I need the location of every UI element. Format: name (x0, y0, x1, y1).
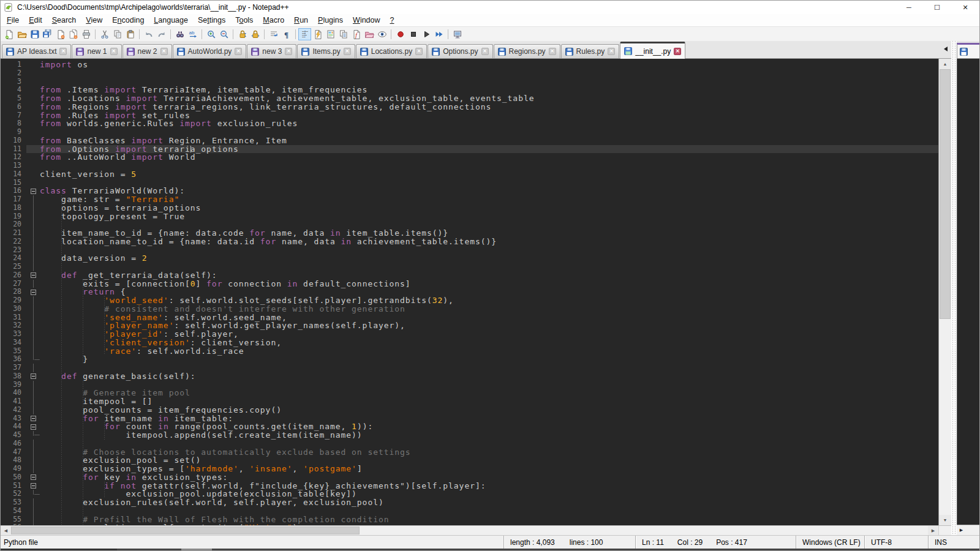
code-line[interactable]: 34 'client_version': client_version, (1, 339, 938, 347)
copy-icon[interactable] (111, 28, 124, 40)
tab-items.py[interactable]: Items.py✕ (297, 44, 355, 58)
code-line[interactable]: 2 (1, 69, 938, 78)
fold-collapse-icon[interactable] (26, 187, 40, 195)
print-icon[interactable] (80, 28, 92, 40)
code-line[interactable]: 46 (1, 440, 938, 448)
fold-collapse-icon[interactable] (26, 422, 40, 431)
code-line[interactable]: 39 (1, 381, 938, 389)
scroll-left-arrow-icon[interactable]: ◀ (1, 526, 11, 535)
status-insert-mode[interactable]: INS (928, 536, 979, 549)
code-line[interactable]: 40 # Generate item pool (1, 389, 938, 397)
code-line[interactable]: 18 options = terraria_options (1, 204, 938, 212)
vertical-scroll-track[interactable] (939, 69, 951, 515)
macro-run-multiple-icon[interactable] (432, 28, 445, 40)
code-line[interactable]: 23 (1, 246, 938, 255)
code-line[interactable]: 55 # Prefill the Wall of Flesh with the … (1, 515, 938, 524)
code-line[interactable]: 16class TerrariaWorld(World): (1, 187, 938, 195)
code-line[interactable]: 41 itempool = [] (1, 397, 938, 406)
tab-new-2[interactable]: new 2✕ (123, 44, 172, 58)
code-line[interactable]: 20 (1, 220, 938, 229)
fold-collapse-icon[interactable] (26, 288, 40, 296)
code-line[interactable]: 51 if not getattr(self.world, f"include_… (1, 482, 938, 490)
sync-horizontal-icon[interactable] (249, 28, 262, 40)
second-view-editor[interactable] (957, 59, 979, 525)
tab-regions.py[interactable]: Regions.py✕ (494, 44, 560, 58)
redo-icon[interactable] (155, 28, 168, 40)
code-line[interactable]: 11from .Options import terraria_options (1, 145, 938, 154)
tab-close-icon[interactable]: ✕ (160, 48, 168, 55)
second-view-scroll-arrow-icon[interactable]: ▶ (957, 528, 966, 533)
menu-encoding[interactable]: Encoding (107, 15, 149, 26)
code-line[interactable]: 45 itempool.append(self.create_item(item… (1, 431, 938, 440)
tab-close-icon[interactable]: ✕ (549, 48, 556, 55)
horizontal-scroll-thumb[interactable] (11, 527, 360, 534)
menu-search[interactable]: Search (47, 15, 81, 26)
minimize-button[interactable]: ─ (895, 1, 923, 14)
menu-run[interactable]: Run (289, 15, 313, 26)
code-line[interactable]: 52 exclusion_pool.update(exclusion_table… (1, 490, 938, 498)
horizontal-scroll-track[interactable] (11, 526, 928, 535)
code-editor[interactable]: 1import os234from .Items import Terraria… (1, 59, 938, 525)
maximize-button[interactable]: ☐ (923, 1, 951, 14)
code-line[interactable]: 47 # Choose locations to automatically e… (1, 448, 938, 457)
tab-options.py[interactable]: Options.py✕ (428, 44, 492, 58)
code-line[interactable]: 7from .Rules import set_rules (1, 111, 938, 120)
zoom-in-icon[interactable] (205, 28, 217, 40)
menu-settings[interactable]: Settings (193, 15, 230, 26)
document-map-icon[interactable] (324, 28, 337, 40)
code-line[interactable]: 49 exclusion_types = ['hardmode', 'insan… (1, 465, 938, 473)
new-file-icon[interactable] (2, 28, 15, 40)
code-line[interactable]: 21 item_name_to_id = {name: data.code fo… (1, 229, 938, 238)
menu-edit[interactable]: Edit (24, 15, 47, 26)
close-icon[interactable] (54, 28, 67, 40)
tab-new-1[interactable]: new 1✕ (72, 44, 121, 58)
code-line[interactable]: 31 'seed_name': self.world.seed_name, (1, 313, 938, 322)
open-folder-icon[interactable] (15, 28, 28, 40)
macro-play-icon[interactable] (420, 28, 432, 40)
code-line[interactable]: 25 (1, 263, 938, 271)
code-line[interactable]: 33 'player_id': self.player, (1, 330, 938, 339)
menu-file[interactable]: File (2, 15, 24, 26)
code-line[interactable]: 53 exclusion_rules(self.world, self.play… (1, 498, 938, 507)
code-line[interactable]: 43 for item_name in item_table: (1, 414, 938, 423)
tab-close-icon[interactable]: ✕ (59, 48, 67, 55)
code-line[interactable]: 42 pool_counts = item_frequencies.copy() (1, 406, 938, 414)
cut-icon[interactable] (98, 28, 111, 40)
undo-icon[interactable] (142, 28, 155, 40)
status-eol-format[interactable]: Windows (CR LF) (796, 536, 864, 549)
code-line[interactable]: 24 data_version = 2 (1, 254, 938, 263)
code-line[interactable]: 19 topology_present = True (1, 212, 938, 221)
fold-collapse-icon[interactable] (26, 482, 40, 490)
save-all-icon[interactable] (41, 28, 54, 40)
zoom-out-icon[interactable] (217, 28, 230, 40)
code-line[interactable]: 10from BaseClasses import Region, Entran… (1, 137, 938, 145)
define-language-icon[interactable] (311, 28, 324, 40)
code-line[interactable]: 29 'world_seed': self.world.slot_seeds[s… (1, 296, 938, 305)
tab-close-icon[interactable]: ✕ (415, 48, 423, 55)
sync-vertical-icon[interactable] (236, 28, 249, 40)
code-line[interactable]: 1import os (1, 61, 938, 69)
status-encoding[interactable]: UTF-8 (864, 536, 928, 549)
tab-ap-ideas.txt[interactable]: AP Ideas.txt✕ (2, 44, 71, 58)
close-button[interactable]: ✕ (951, 1, 979, 14)
code-line[interactable]: 13 (1, 162, 938, 170)
code-line[interactable]: 15 (1, 179, 938, 187)
code-line[interactable]: 36 } (1, 355, 938, 364)
macro-stop-icon[interactable] (407, 28, 420, 40)
paste-icon[interactable] (124, 28, 137, 40)
tab-rules.py[interactable]: Rules.py✕ (561, 44, 620, 58)
code-line[interactable]: 4from .Items import TerrariaItem, item_t… (1, 86, 938, 94)
code-line[interactable]: 17 game: str = "Terraria" (1, 195, 938, 204)
menu-view[interactable]: View (81, 15, 107, 26)
code-line[interactable]: 8from worlds.generic.Rules import exclus… (1, 119, 938, 128)
scroll-up-arrow-icon[interactable]: ▲ (939, 59, 951, 69)
horizontal-scrollbar[interactable]: ◀ ▶ (1, 525, 938, 535)
close-all-icon[interactable] (67, 28, 80, 40)
save-icon[interactable] (28, 28, 41, 40)
fold-collapse-icon[interactable] (26, 473, 40, 482)
word-wrap-icon[interactable] (267, 28, 280, 40)
code-line[interactable]: 9 (1, 128, 938, 137)
code-line[interactable]: 27 exits = [connection[0] for connection… (1, 280, 938, 288)
view-splitter[interactable] (951, 41, 957, 535)
code-line[interactable]: 50 for key in exclusion_types: (1, 473, 938, 482)
